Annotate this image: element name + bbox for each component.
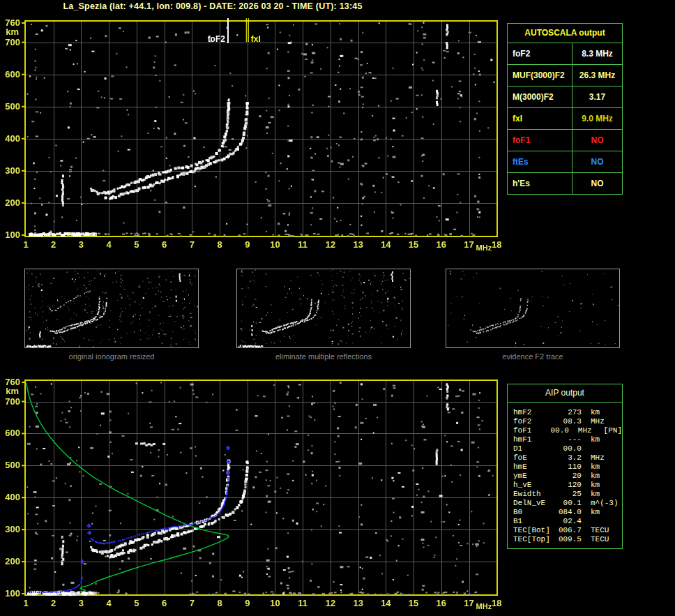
autoscala-param-label: foF2 (508, 43, 572, 64)
autoscala-param-value: NO (572, 151, 622, 172)
aip-unit: km (582, 463, 622, 472)
autoscala-table-rows: foF28.3 MHzMUF(3000)F226.3 MHzM(3000)F23… (508, 43, 622, 194)
autoscala-app-window: La_Spezia (lat: +44.1, lon: 009.8) - DAT… (0, 0, 675, 616)
aip-label: DelN_vE (513, 499, 556, 508)
aip-unit (582, 444, 622, 453)
aip-label: TEC[Top] (513, 535, 556, 544)
aip-value: 006.7 (556, 526, 582, 535)
aip-label: hmF2 (513, 408, 556, 417)
autoscala-row-6: h'EsNO (508, 173, 622, 194)
aip-label: h_vE (513, 481, 556, 490)
aip-output-table: AIP output hmF2273kmfoF208.3MHzfoF100.0M… (507, 384, 623, 549)
aip-value: 00.0 (548, 426, 569, 435)
thumbnail-original-ionogram (24, 269, 199, 348)
aip-value: 110 (556, 463, 582, 472)
aip-value: 3.2 (556, 453, 582, 463)
aip-unit: TECU (582, 526, 622, 535)
aip-row-11: B0084.0km (513, 508, 622, 517)
autoscala-param-label: h'Es (508, 173, 572, 194)
aip-label: TEC[Bot] (513, 526, 556, 535)
aip-extra: [PN] (604, 426, 622, 435)
aip-unit: km (582, 481, 622, 490)
aip-label: hmE (513, 463, 556, 472)
aip-table-header: AIP output (508, 384, 622, 403)
thumbnail-caption-evidence: evidence F2 trace (446, 352, 620, 361)
aip-row-8: h_vE120km (513, 481, 622, 490)
autoscala-row-4: foF1NO (508, 130, 622, 151)
page-title: La_Spezia (lat: +44.1, lon: 009.8) - DAT… (24, 1, 401, 11)
autoscala-output-table: AUTOSCALA output foF28.3 MHzMUF(3000)F22… (507, 23, 623, 195)
aip-row-10: DelN_vE00.1m^(-3) (513, 499, 622, 508)
aip-unit: km (582, 472, 622, 481)
aip-value: 02.4 (556, 517, 582, 526)
autoscala-row-3: fxI9.0 MHz (508, 108, 622, 130)
thumbnail-eliminate-reflections (236, 269, 411, 348)
aip-unit (582, 517, 622, 526)
aip-unit: MHz (582, 417, 622, 426)
aip-label: D1 (513, 444, 556, 453)
thumbnail-eliminate-reflections-canvas (237, 269, 410, 347)
aip-unit: MHz (569, 426, 604, 435)
aip-row-2: foF100.0MHz[PN] (513, 426, 622, 435)
autoscala-param-value: 8.3 MHz (572, 43, 622, 64)
thumbnail-caption-original: original ionogram resized (24, 352, 199, 361)
autoscala-table-header: AUTOSCALA output (508, 24, 622, 43)
aip-label: B1 (513, 517, 556, 526)
aip-value: 20 (556, 472, 582, 481)
thumbnail-caption-eliminate: eliminate multiple reflections (236, 352, 411, 361)
aip-value: 120 (556, 481, 582, 490)
autoscala-param-label: foF1 (508, 130, 572, 151)
aip-row-13: TEC[Bot]006.7TECU (513, 526, 622, 535)
aip-row-5: foE3.2MHz (513, 453, 622, 463)
thumbnail-evidence-f2-trace (446, 269, 620, 348)
aip-value: 08.3 (556, 417, 582, 426)
autoscala-row-0: foF28.3 MHz (508, 43, 622, 65)
aip-unit: km (582, 508, 622, 517)
bottom-ionogram-profile-plot (0, 375, 502, 616)
thumbnail-evidence-f2-trace-canvas (446, 269, 619, 347)
aip-value: --- (556, 435, 582, 444)
aip-unit: m^(-3) (582, 499, 622, 508)
aip-table-rows: hmF2273kmfoF208.3MHzfoF100.0MHz[PN]hmF1-… (508, 403, 622, 548)
aip-label: ymE (513, 472, 556, 481)
aip-row-14: TEC[Top]009.5TECU (513, 535, 622, 544)
autoscala-param-value: NO (572, 173, 622, 194)
aip-label: B0 (513, 508, 556, 517)
autoscala-param-label: MUF(3000)F2 (508, 65, 572, 86)
autoscala-param-label: M(3000)F2 (508, 87, 572, 107)
aip-unit: TECU (582, 535, 622, 544)
autoscala-row-1: MUF(3000)F226.3 MHz (508, 65, 622, 87)
aip-value: 25 (556, 490, 582, 499)
aip-value: 00.1 (556, 499, 582, 508)
aip-label: hmF1 (513, 435, 556, 444)
autoscala-param-label: ftEs (508, 151, 572, 172)
aip-value: 009.5 (556, 535, 582, 544)
aip-row-3: hmF1---km (513, 435, 622, 444)
aip-unit: MHz (582, 453, 622, 463)
aip-label: Ewidth (513, 490, 556, 499)
autoscala-param-value: NO (572, 130, 622, 151)
aip-row-4: D100.0 (513, 444, 622, 453)
aip-row-9: Ewidth25km (513, 490, 622, 499)
aip-row-0: hmF2273km (513, 408, 622, 417)
aip-row-6: hmE110km (513, 463, 622, 472)
thumbnail-original-ionogram-canvas (25, 269, 198, 347)
autoscala-row-2: M(3000)F23.17 (508, 87, 622, 108)
aip-row-7: ymE20km (513, 472, 622, 481)
autoscala-param-label: fxI (508, 108, 572, 129)
aip-value: 273 (556, 408, 582, 417)
aip-row-12: B102.4 (513, 517, 622, 526)
autoscala-row-5: ftEsNO (508, 151, 622, 173)
autoscala-param-value: 26.3 MHz (572, 65, 622, 86)
aip-unit: km (582, 408, 622, 417)
aip-value: 084.0 (556, 508, 582, 517)
autoscala-param-value: 9.0 MHz (572, 108, 622, 129)
autoscala-param-value: 3.17 (572, 87, 622, 107)
top-ionogram-plot (0, 17, 502, 257)
aip-label: foE (513, 453, 556, 463)
aip-value: 00.0 (556, 444, 582, 453)
aip-label: foF1 (513, 426, 548, 435)
aip-label: foF2 (513, 417, 556, 426)
aip-unit: km (582, 490, 622, 499)
aip-row-1: foF208.3MHz (513, 417, 622, 426)
